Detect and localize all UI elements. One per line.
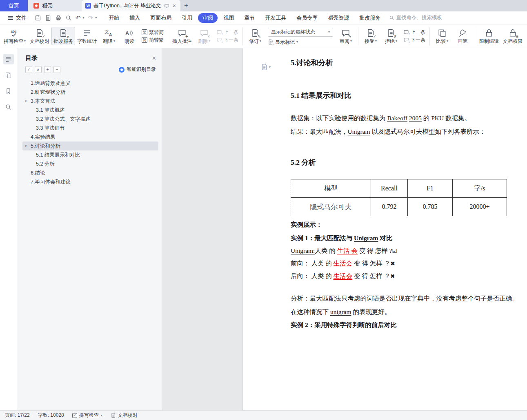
menu-tab-开发工具[interactable]: 开发工具 xyxy=(260,13,291,23)
translate-button[interactable]: 文A翻译▾ xyxy=(99,27,119,45)
document-tab-label: 基于Python...与评分 毕业论文 xyxy=(93,2,162,9)
spell-check-button[interactable]: abc拼写检查▾ xyxy=(2,27,28,45)
page-comment-button[interactable]: ▾ xyxy=(261,64,271,71)
print-preview-button[interactable] xyxy=(65,15,72,21)
reject-change-button[interactable]: ✗拒绝▾ xyxy=(381,27,401,45)
toc-collapse-tool[interactable]: ∧ xyxy=(35,66,42,73)
bookmark-pane-button[interactable] xyxy=(3,86,14,96)
menu-tab-审阅[interactable]: 审阅 xyxy=(198,13,218,23)
restrict-editing-button[interactable]: 限制编辑 xyxy=(477,27,501,45)
undo-history-dropdown[interactable]: ▾ xyxy=(83,16,84,20)
simp-to-trad-button[interactable]: 简简转繁 xyxy=(142,37,164,43)
markup-controls: 显示标记的最终状态▾≡显示标记▾ xyxy=(265,28,336,45)
track-changes-button[interactable]: ✎修订▾ xyxy=(245,27,265,45)
review-panel-button[interactable]: ✎审阅▾ xyxy=(336,27,356,45)
next-change-button[interactable]: ↓下一条 xyxy=(403,37,425,43)
text-run: 变 得 怎样 ？ xyxy=(352,272,390,279)
menu-tab-会员专享[interactable]: 会员专享 xyxy=(292,13,322,23)
collapse-arrow-icon[interactable]: ▾ xyxy=(25,144,27,148)
new-doc-button[interactable] xyxy=(45,15,51,21)
table-header-cell: 模型 xyxy=(291,179,371,198)
result-symbol: ☑ xyxy=(392,248,397,254)
spellcheck-status-button[interactable]: ✓ 拼写检查 ▾ xyxy=(72,412,102,419)
toc-item[interactable]: 1.选题背景及意义 xyxy=(22,79,158,88)
menu-tab-引用[interactable]: 引用 xyxy=(177,13,197,23)
ink-button[interactable]: 画笔 xyxy=(452,27,473,45)
read-aloud-button[interactable]: A朗读 xyxy=(119,27,140,45)
smart-toc-label: 智能识别目录 xyxy=(127,66,156,73)
doc-extra-button[interactable]: ✓文档 xyxy=(525,27,527,45)
toc-item-label: 3.1 算法概述 xyxy=(36,107,65,114)
doc-proofread-button[interactable]: ✓文档校对 xyxy=(28,27,51,45)
menu-tab-批改服务[interactable]: 批改服务 xyxy=(355,13,385,23)
insert-comment-button[interactable]: +插入批注 xyxy=(170,27,194,45)
menu-tab-视图[interactable]: 视图 xyxy=(219,13,238,23)
markup-state-select[interactable]: 显示标记的最终状态▾ xyxy=(268,28,333,37)
proofread-status-button[interactable]: 文档校对 xyxy=(111,412,138,419)
file-menu-button[interactable]: 文件 xyxy=(3,14,31,22)
bubble-up-icon: ↑ xyxy=(216,29,222,35)
menu-tab-页面布局[interactable]: 页面布局 xyxy=(146,13,176,23)
toc-item[interactable]: 7.学习体会和建议 xyxy=(22,177,158,186)
review-service-button[interactable]: ⌕批改服务 xyxy=(51,27,75,45)
titlebar: 首页 稻壳 W 基于Python...与评分 毕业论文 × + xyxy=(0,0,527,11)
text-run: Unigram xyxy=(354,234,378,241)
accept-change-button[interactable]: ✓接受▾ xyxy=(360,27,381,45)
toc-item[interactable]: ▾5.讨论和分析 xyxy=(22,141,158,150)
search-pane-button[interactable] xyxy=(3,102,14,112)
menu-tab-章节[interactable]: 章节 xyxy=(240,13,259,23)
toc-item[interactable]: 4.实验结果 xyxy=(22,133,158,141)
trad-to-simp-button[interactable]: 繁繁转简 xyxy=(142,29,164,35)
text-run: 生活会 xyxy=(334,272,353,279)
toc-item[interactable]: 3.1 算法概述 xyxy=(22,106,158,115)
show-markup-menu-button[interactable]: ≡显示标记▾ xyxy=(268,39,333,45)
document-page[interactable]: ▾ 5.讨论和分析 5.1 结果展示和对比 数据集：以下实验使用的数据集为 Ba… xyxy=(243,48,527,410)
customize-toolbar-dropdown[interactable]: ▾ xyxy=(95,16,97,20)
menu-tab-稻壳资源[interactable]: 稻壳资源 xyxy=(323,13,354,23)
close-tab-icon[interactable]: × xyxy=(172,3,177,9)
document-workspace[interactable]: ▾ 5.讨论和分析 5.1 结果展示和对比 数据集：以下实验使用的数据集为 Ba… xyxy=(162,48,527,410)
screen-share-icon[interactable] xyxy=(164,3,169,9)
toc-item[interactable]: 6.结论 xyxy=(22,168,158,177)
menu-tab-插入[interactable]: 插入 xyxy=(125,13,145,23)
home-tab-label: 首页 xyxy=(9,2,19,9)
translate-label: 翻译 xyxy=(103,39,113,44)
smart-toc-button[interactable]: 智能识别目录 xyxy=(119,66,156,73)
pages-pane-button[interactable] xyxy=(3,70,14,80)
doc-permission-button[interactable]: ≡文档权限 xyxy=(501,27,525,45)
undo-button[interactable]: ↶ xyxy=(76,15,81,21)
toc-item-label: 5.1 结果展示和对比 xyxy=(36,152,80,159)
toc-checkbox-tool[interactable]: ✓ xyxy=(25,66,32,73)
word-count[interactable]: 字数: 10028 xyxy=(38,412,64,419)
toc-expand-all-tool[interactable]: + xyxy=(44,66,51,73)
new-tab-button[interactable]: + xyxy=(180,0,192,11)
toc-item[interactable]: 5.2 分析 xyxy=(22,159,158,168)
toc-item[interactable]: 3.3 算法细节 xyxy=(22,124,158,133)
compare-button[interactable]: 比较▾ xyxy=(432,27,452,45)
print-button[interactable] xyxy=(55,15,62,21)
svg-text:abc: abc xyxy=(11,29,17,33)
toc-item[interactable]: 2.研究现状分析 xyxy=(22,88,158,97)
toc-panel: 目录 × ✓ ∧ + − 智能识别目录 1.选题背景及意义2.研究现状分析▾3.… xyxy=(17,48,162,410)
menu-tab-开始[interactable]: 开始 xyxy=(104,13,124,23)
docer-tab-button[interactable]: 稻壳 xyxy=(28,0,82,11)
word-count-button[interactable]: 字数统计 xyxy=(75,27,99,45)
text-run: 后向： 人类 的 xyxy=(291,272,334,279)
save-button[interactable] xyxy=(35,15,41,21)
toc-item-label: 3.3 算法细节 xyxy=(36,125,65,132)
table-cell: 0.792 xyxy=(371,198,408,216)
toc-item[interactable]: 3.2 算法公式、文字描述 xyxy=(22,115,158,124)
toc-pane-button[interactable] xyxy=(3,54,14,64)
prev-change-button[interactable]: ↑上一条 xyxy=(403,29,425,35)
document-tab[interactable]: W 基于Python...与评分 毕业论文 × xyxy=(82,0,180,11)
toc-header: 目录 × xyxy=(17,48,162,64)
chevron-down-icon: ▾ xyxy=(209,40,210,43)
toc-item[interactable]: 5.1 结果展示和对比 xyxy=(22,150,158,159)
command-search[interactable]: 查找命令、搜索模板 xyxy=(389,14,443,21)
toc-collapse-all-tool[interactable]: − xyxy=(53,66,60,73)
collapse-arrow-icon[interactable]: ▾ xyxy=(25,99,27,103)
home-tab-button[interactable]: 首页 xyxy=(0,0,28,11)
close-toc-icon[interactable]: × xyxy=(152,55,156,62)
table-header-cell: 字/s xyxy=(453,179,507,198)
toc-item[interactable]: ▾3.本文算法 xyxy=(22,97,158,106)
